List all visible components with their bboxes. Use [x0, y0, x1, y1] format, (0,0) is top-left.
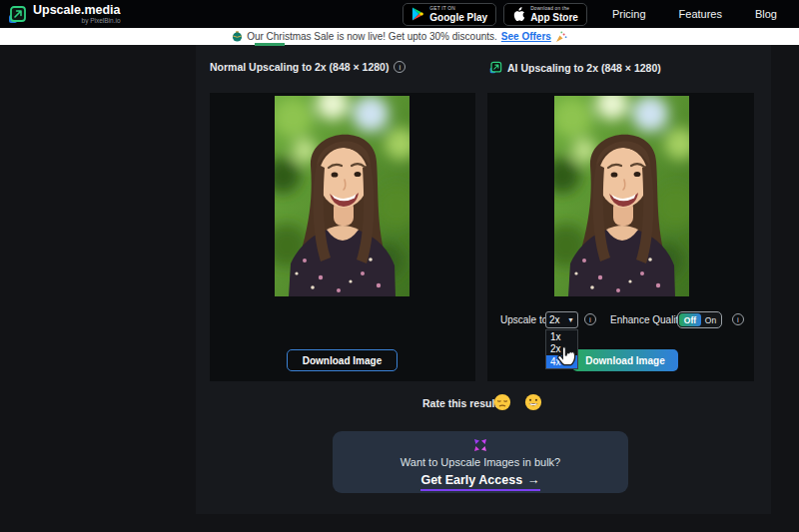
bulk-sparkle-icon: [472, 437, 488, 453]
google-play-icon: [411, 7, 424, 21]
normal-panel-header: Normal Upscaling to 2x (848 × 1280) i: [210, 61, 405, 73]
right-arrow-icon: →: [527, 473, 540, 487]
upscale-factor-select[interactable]: 2x ▼: [545, 311, 578, 328]
nav-link-pricing[interactable]: Pricing: [612, 8, 646, 20]
main-content: Normal Upscaling to 2x (848 × 1280) i AI…: [196, 45, 771, 514]
nav-link-features[interactable]: Features: [679, 8, 722, 20]
google-play-label: Google Play: [429, 12, 487, 23]
sale-banner: Our Christmas Sale is now live! Get upto…: [0, 28, 799, 45]
enhance-quality-label: Enhance Quality: [610, 314, 683, 325]
upscale-info-icon[interactable]: i: [584, 313, 596, 325]
pensive-face-icon[interactable]: [493, 393, 511, 411]
ai-panel-header: AI Upscaling to 2x (848 × 1280): [489, 61, 661, 74]
apple-icon: [512, 7, 525, 22]
app-store-label: App Store: [530, 12, 578, 23]
bulk-question-text: Want to Upscale Images in bulk?: [400, 456, 560, 468]
dropdown-option-2x[interactable]: 2x: [546, 343, 577, 356]
nav-link-blog[interactable]: Blog: [755, 8, 777, 20]
upscale-logo-icon: [8, 5, 27, 24]
logo-title: Upscale.media: [33, 4, 121, 17]
ai-upscale-panel: Upscale to 2x ▼ 1x 2x 4x i Enhance Quali…: [487, 93, 754, 381]
festive-ornament-icon: [232, 31, 243, 42]
get-early-access-label: Get Early Access: [420, 473, 522, 487]
nav-links: Pricing Features Blog: [612, 8, 777, 20]
enhance-info-icon[interactable]: i: [732, 313, 744, 325]
chevron-down-icon: ▼: [567, 316, 574, 323]
party-popper-icon: [555, 31, 567, 43]
navbar: Upscale.media by PixelBin.io GET IT ON G…: [0, 0, 799, 28]
ai-download-button[interactable]: Download Image: [572, 349, 678, 371]
normal-upscale-panel: Download Image: [210, 93, 475, 381]
ai-upscale-icon: [489, 61, 502, 74]
dropdown-option-4x[interactable]: 4x: [546, 355, 577, 368]
normal-result-image: [275, 96, 409, 296]
dropdown-option-1x[interactable]: 1x: [546, 330, 577, 343]
get-early-access-link[interactable]: Get Early Access →: [420, 473, 539, 491]
toggle-on-option[interactable]: On: [701, 315, 720, 325]
portrait-photo: [554, 96, 689, 296]
grinning-face-icon[interactable]: [524, 393, 542, 411]
banner-progress-indicator: [255, 43, 285, 46]
rate-result-label: Rate this result:: [422, 397, 501, 409]
ai-panel-title: AI Upscaling to 2x (848 × 1280): [507, 62, 661, 74]
logo[interactable]: Upscale.media by PixelBin.io: [8, 4, 121, 24]
bulk-upscale-card: Want to Upscale Images in bulk? Get Earl…: [333, 431, 628, 493]
upscale-to-label: Upscale to: [500, 314, 547, 325]
portrait-photo: [275, 96, 409, 296]
enhance-quality-toggle: Off On: [677, 311, 722, 328]
ai-result-image: [554, 96, 689, 296]
upscale-factor-value: 2x: [549, 314, 560, 325]
normal-info-icon[interactable]: i: [394, 61, 405, 73]
google-play-badge[interactable]: GET IT ON Google Play: [402, 3, 496, 26]
see-offers-link[interactable]: See Offers: [501, 31, 551, 42]
normal-download-button[interactable]: Download Image: [287, 349, 398, 371]
logo-subtitle: by PixelBin.io: [33, 17, 121, 24]
normal-panel-title: Normal Upscaling to 2x (848 × 1280): [210, 61, 389, 73]
toggle-off-option[interactable]: Off: [679, 313, 701, 326]
upscale-factor-dropdown: 1x 2x 4x: [545, 329, 578, 369]
app-store-badge[interactable]: Download on the App Store: [503, 3, 587, 26]
banner-text: Our Christmas Sale is now live! Get upto…: [247, 31, 497, 42]
